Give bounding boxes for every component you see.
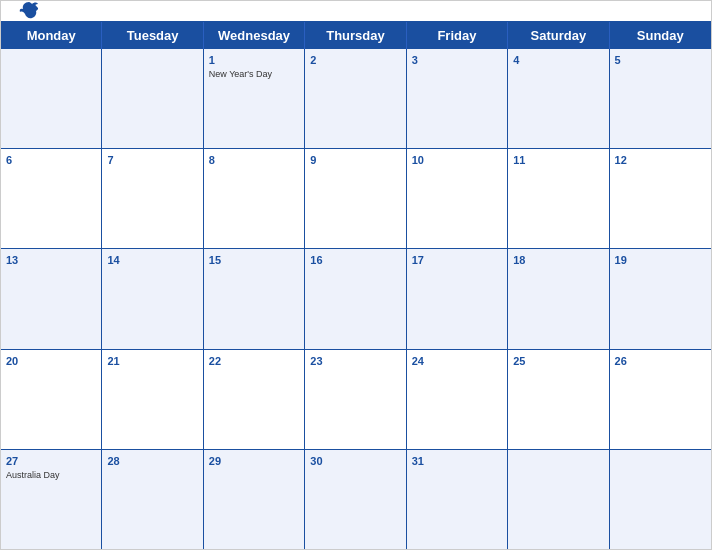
day-cell: 23 (305, 350, 406, 449)
day-number: 23 (310, 354, 400, 368)
calendar-header (1, 1, 711, 21)
day-number: 16 (310, 253, 400, 267)
day-number: 24 (412, 354, 502, 368)
day-cell: 12 (610, 149, 711, 248)
day-number: 3 (412, 53, 502, 67)
day-cell: 19 (610, 249, 711, 348)
day-number: 2 (310, 53, 400, 67)
day-number: 30 (310, 454, 400, 468)
day-number: 26 (615, 354, 706, 368)
day-number: 4 (513, 53, 603, 67)
day-cell: 9 (305, 149, 406, 248)
calendar: MondayTuesdayWednesdayThursdayFridaySatu… (0, 0, 712, 550)
day-cell: 3 (407, 49, 508, 148)
day-cell: 25 (508, 350, 609, 449)
day-number: 12 (615, 153, 706, 167)
day-cell (102, 49, 203, 148)
day-number: 29 (209, 454, 299, 468)
day-cell: 31 (407, 450, 508, 549)
day-number: 10 (412, 153, 502, 167)
day-cell: 21 (102, 350, 203, 449)
day-cell: 10 (407, 149, 508, 248)
day-cell: 22 (204, 350, 305, 449)
day-number: 5 (615, 53, 706, 67)
day-cell (610, 450, 711, 549)
day-cell: 27Australia Day (1, 450, 102, 549)
day-number: 11 (513, 153, 603, 167)
day-cell: 16 (305, 249, 406, 348)
day-number: 27 (6, 454, 96, 468)
day-cell: 7 (102, 149, 203, 248)
day-cell: 17 (407, 249, 508, 348)
day-cell: 4 (508, 49, 609, 148)
day-number: 1 (209, 53, 299, 67)
day-cell: 11 (508, 149, 609, 248)
day-number: 19 (615, 253, 706, 267)
holiday-label: Australia Day (6, 470, 96, 481)
day-number: 28 (107, 454, 197, 468)
day-number: 8 (209, 153, 299, 167)
day-cell: 15 (204, 249, 305, 348)
day-cell (1, 49, 102, 148)
day-number: 22 (209, 354, 299, 368)
day-header-thursday: Thursday (305, 22, 406, 49)
logo-bird-icon (17, 0, 41, 23)
day-number: 14 (107, 253, 197, 267)
day-cell: 13 (1, 249, 102, 348)
week-row-3: 13141516171819 (1, 249, 711, 349)
day-header-monday: Monday (1, 22, 102, 49)
week-row-1: 1New Year's Day2345 (1, 49, 711, 149)
day-number: 21 (107, 354, 197, 368)
day-cell: 20 (1, 350, 102, 449)
day-headers-row: MondayTuesdayWednesdayThursdayFridaySatu… (1, 22, 711, 49)
day-header-saturday: Saturday (508, 22, 609, 49)
day-number: 18 (513, 253, 603, 267)
day-cell: 8 (204, 149, 305, 248)
week-row-2: 6789101112 (1, 149, 711, 249)
week-row-4: 20212223242526 (1, 350, 711, 450)
week-row-5: 27Australia Day28293031 (1, 450, 711, 549)
day-number: 15 (209, 253, 299, 267)
day-cell: 5 (610, 49, 711, 148)
calendar-grid: MondayTuesdayWednesdayThursdayFridaySatu… (1, 21, 711, 549)
day-number: 7 (107, 153, 197, 167)
day-cell: 28 (102, 450, 203, 549)
day-cell: 29 (204, 450, 305, 549)
day-cell: 14 (102, 249, 203, 348)
holiday-label: New Year's Day (209, 69, 299, 80)
weeks-container: 1New Year's Day2345678910111213141516171… (1, 49, 711, 549)
day-cell: 2 (305, 49, 406, 148)
day-number: 31 (412, 454, 502, 468)
day-cell: 26 (610, 350, 711, 449)
day-cell: 18 (508, 249, 609, 348)
day-cell: 30 (305, 450, 406, 549)
day-number: 20 (6, 354, 96, 368)
day-header-friday: Friday (407, 22, 508, 49)
logo (17, 0, 45, 23)
day-number: 13 (6, 253, 96, 267)
day-header-wednesday: Wednesday (204, 22, 305, 49)
day-cell: 1New Year's Day (204, 49, 305, 148)
day-header-tuesday: Tuesday (102, 22, 203, 49)
day-cell: 6 (1, 149, 102, 248)
day-number: 6 (6, 153, 96, 167)
day-number: 25 (513, 354, 603, 368)
day-number: 17 (412, 253, 502, 267)
day-cell (508, 450, 609, 549)
day-header-sunday: Sunday (610, 22, 711, 49)
day-number: 9 (310, 153, 400, 167)
day-cell: 24 (407, 350, 508, 449)
